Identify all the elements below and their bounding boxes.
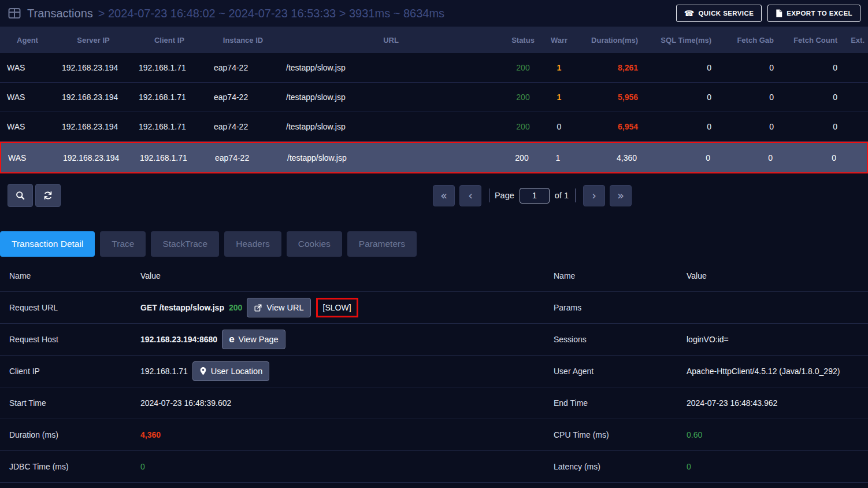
tab-cookies[interactable]: Cookies xyxy=(287,231,342,257)
request-host-value: 192.168.23.194:8680 xyxy=(140,335,217,344)
cell-agent: WAS xyxy=(0,93,55,102)
cpu-time-value: 0.60 xyxy=(687,430,702,439)
start-time-value: 2024-07-23 16:48:39.602 xyxy=(140,398,231,408)
tab-transaction-detail[interactable]: Transaction Detail xyxy=(0,231,95,257)
cell-duration: 8,261 xyxy=(575,63,641,72)
cell-server-ip: 192.168.23.194 xyxy=(55,122,132,131)
cell-warn: 1 xyxy=(543,93,575,102)
tab-headers[interactable]: Headers xyxy=(224,231,281,257)
end-time-value: 2024-07-23 16:48:43.962 xyxy=(687,398,777,408)
detail-name: Params xyxy=(543,303,677,312)
page-of-label: of 1 xyxy=(555,191,569,200)
detail-row-jdbc-time: JDBC Time (ms) 0 xyxy=(0,451,543,483)
column-header-warn[interactable]: Warr xyxy=(543,36,575,45)
name-column-header: Name xyxy=(543,271,677,280)
cell-duration: 6,954 xyxy=(575,122,641,131)
detail-name: CPU Time (ms) xyxy=(543,430,677,439)
cell-instance-id: eap74-22 xyxy=(207,93,279,102)
prev-page-button[interactable]: ‹ xyxy=(459,185,481,206)
slow-flag-annotation: [SLOW] xyxy=(316,298,358,317)
column-header-fetch-gab[interactable]: Fetch Gab xyxy=(715,36,777,45)
quick-service-button[interactable]: ☎ QUICK SERVICE xyxy=(676,5,762,22)
detail-row-start-time: Start Time 2024-07-23 16:48:39.602 xyxy=(0,387,543,419)
column-header-fetch-count[interactable]: Fetch Count xyxy=(777,36,841,45)
value-column-header: Value xyxy=(677,271,868,280)
column-header-url[interactable]: URL xyxy=(279,36,503,45)
quick-service-label: QUICK SERVICE xyxy=(698,10,754,17)
cell-status: 200 xyxy=(503,93,543,102)
tab-trace[interactable]: Trace xyxy=(100,231,146,257)
table-row[interactable]: WAS 192.168.23.194 192.168.1.71 eap74-22… xyxy=(0,83,868,112)
refresh-button[interactable] xyxy=(35,184,61,207)
export-to-excel-button[interactable]: EXPORT TO EXCEL xyxy=(767,5,860,22)
column-header-agent[interactable]: Agent xyxy=(0,36,55,45)
cell-url: /testapp/slow.jsp xyxy=(279,93,503,102)
detail-name: Client IP xyxy=(0,367,131,376)
cell-fetch-gab: 0 xyxy=(715,93,777,102)
cell-url: /testapp/slow.jsp xyxy=(279,63,503,72)
column-header-status[interactable]: Status xyxy=(503,36,543,45)
detail-row-cpu-time: CPU Time (ms) 0.60 xyxy=(543,419,868,451)
detail-row-client-ip: Client IP 192.168.1.71 User Location xyxy=(0,356,543,387)
first-page-button[interactable]: « xyxy=(433,185,455,206)
pager: « ‹ Page of 1 › » xyxy=(431,185,634,206)
cell-duration: 5,956 xyxy=(575,93,641,102)
cell-warn: 0 xyxy=(543,122,575,131)
detail-row-end-time: End Time 2024-07-23 16:48:43.962 xyxy=(543,387,868,419)
detail-row-latency: Latency (ms) 0 xyxy=(543,451,868,483)
detail-name: JDBC Time (ms) xyxy=(0,462,131,471)
column-header-sql-time[interactable]: SQL Time(ms) xyxy=(641,36,715,45)
transactions-table-header: Agent Server IP Client IP Instance ID UR… xyxy=(0,27,868,53)
column-header-duration[interactable]: Duration(ms) xyxy=(575,36,641,45)
cell-url: /testapp/slow.jsp xyxy=(279,122,503,131)
detail-row-user-agent: User Agent Apache-HttpClient/4.5.12 (Jav… xyxy=(543,356,868,387)
topbar-actions: ☎ QUICK SERVICE EXPORT TO EXCEL xyxy=(676,5,860,22)
detail-name: Request Host xyxy=(0,335,131,344)
cell-instance-id: eap74-22 xyxy=(207,63,279,72)
cell-instance-id: eap74-22 xyxy=(207,122,279,131)
user-location-label: User Location xyxy=(211,367,262,376)
pager-divider xyxy=(575,188,576,202)
value-column-header: Value xyxy=(131,271,543,280)
last-page-button[interactable]: » xyxy=(610,185,632,206)
table-row[interactable]: WAS 192.168.23.194 192.168.1.71 eap74-22… xyxy=(0,112,868,142)
tab-parameters[interactable]: Parameters xyxy=(347,231,417,257)
phone-icon: ☎ xyxy=(684,9,695,17)
cell-status: 200 xyxy=(503,63,543,72)
next-page-button[interactable]: › xyxy=(583,185,605,206)
page-subtitle: > 2024-07-23 16:48:02 ~ 2024-07-23 16:53… xyxy=(98,7,444,20)
last-page-icon: » xyxy=(617,189,624,202)
column-header-ext[interactable]: Ext. xyxy=(841,36,868,45)
cell-url: /testapp/slow.jsp xyxy=(280,153,502,162)
cell-duration: 4,360 xyxy=(574,153,640,162)
request-status-code: 200 xyxy=(229,303,242,312)
cell-fetch-count: 0 xyxy=(777,63,841,72)
search-icon xyxy=(14,190,26,201)
table-row[interactable]: WAS 192.168.23.194 192.168.1.71 eap74-22… xyxy=(0,53,868,83)
cell-client-ip: 192.168.1.71 xyxy=(133,153,208,162)
detail-row-sessions: Sessions loginVO:id= xyxy=(543,324,868,356)
table-row-selected[interactable]: WAS 192.168.23.194 192.168.1.71 eap74-22… xyxy=(0,142,868,173)
file-icon xyxy=(776,9,782,17)
user-location-button[interactable]: User Location xyxy=(192,361,269,381)
name-column-header: Name xyxy=(0,271,131,280)
detail-row-duration: Duration (ms) 4,360 xyxy=(0,419,543,451)
view-url-button[interactable]: View URL xyxy=(247,298,310,317)
browser-icon: e xyxy=(229,334,234,344)
detail-name: Duration (ms) xyxy=(0,430,131,439)
detail-table-left: Name Value Request URL GET /testapp/slow… xyxy=(0,260,543,483)
column-header-client-ip[interactable]: Client IP xyxy=(132,36,207,45)
cell-fetch-gab: 0 xyxy=(715,122,777,131)
detail-header-row: Name Value xyxy=(543,260,868,292)
cell-server-ip: 192.168.23.194 xyxy=(55,63,132,72)
column-header-server-ip[interactable]: Server IP xyxy=(55,36,132,45)
page-number-input[interactable] xyxy=(520,188,550,204)
column-header-instance-id[interactable]: Instance ID xyxy=(207,36,279,45)
cell-status: 200 xyxy=(502,153,542,162)
view-page-button[interactable]: e View Page xyxy=(222,330,285,349)
search-button[interactable] xyxy=(8,184,33,207)
cell-agent: WAS xyxy=(0,122,55,131)
tab-stacktrace[interactable]: StackTrace xyxy=(151,231,219,257)
detail-name: Sessions xyxy=(543,335,677,344)
duration-value: 4,360 xyxy=(140,430,161,439)
